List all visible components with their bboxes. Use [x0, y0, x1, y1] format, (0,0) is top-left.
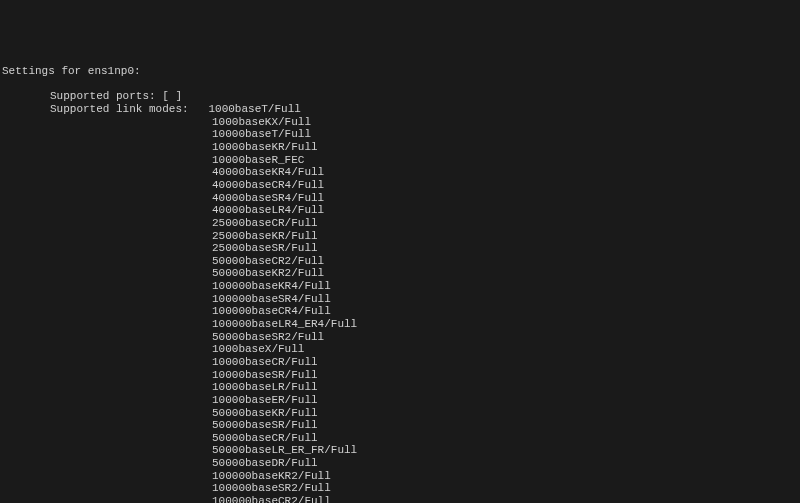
- link-mode-item: 100000baseKR2/Full: [2, 470, 798, 483]
- link-mode-item: 1000baseX/Full: [2, 343, 798, 356]
- link-mode-item: 10000baseCR/Full: [2, 356, 798, 369]
- link-mode-item: 100000baseCR2/Full: [2, 495, 798, 503]
- link-mode-item: 10000baseKR/Full: [2, 141, 798, 154]
- link-mode-item: 25000baseCR/Full: [2, 217, 798, 230]
- link-mode-item: 1000baseT/Full: [208, 103, 300, 115]
- link-mode-item: 40000baseSR4/Full: [2, 192, 798, 205]
- link-mode-item: 50000baseLR_ER_FR/Full: [2, 444, 798, 457]
- link-mode-item: 100000baseSR2/Full: [2, 482, 798, 495]
- supported-link-modes-label: Supported link modes:: [50, 103, 208, 116]
- link-mode-item: 40000baseLR4/Full: [2, 204, 798, 217]
- link-mode-item: 10000baseLR/Full: [2, 381, 798, 394]
- link-mode-item: 50000baseCR2/Full: [2, 255, 798, 268]
- settings-header: Settings for ens1np0:: [2, 65, 798, 78]
- terminal-output: Settings for ens1np0: Supported ports: […: [2, 53, 798, 503]
- link-mode-item: 50000baseSR2/Full: [2, 331, 798, 344]
- link-mode-item: 1000baseKX/Full: [2, 116, 798, 129]
- link-mode-item: 10000baseR_FEC: [2, 154, 798, 167]
- link-mode-item: 100000baseCR4/Full: [2, 305, 798, 318]
- link-mode-item: 50000baseKR/Full: [2, 407, 798, 420]
- link-mode-item: 50000baseCR/Full: [2, 432, 798, 445]
- link-mode-item: 10000baseSR/Full: [2, 369, 798, 382]
- link-mode-item: 50000baseKR2/Full: [2, 267, 798, 280]
- link-mode-item: 25000baseSR/Full: [2, 242, 798, 255]
- link-mode-item: 40000baseCR4/Full: [2, 179, 798, 192]
- link-mode-item: 10000baseER/Full: [2, 394, 798, 407]
- link-mode-item: 40000baseKR4/Full: [2, 166, 798, 179]
- link-modes-list: 1000baseKX/Full10000baseT/Full10000baseK…: [2, 116, 798, 503]
- link-mode-item: 50000baseDR/Full: [2, 457, 798, 470]
- link-mode-item: 100000baseKR4/Full: [2, 280, 798, 293]
- link-mode-item: 25000baseKR/Full: [2, 230, 798, 243]
- supported-ports-line: Supported ports: [ ]: [2, 90, 182, 102]
- link-mode-item: 10000baseT/Full: [2, 128, 798, 141]
- link-mode-item: 100000baseLR4_ER4/Full: [2, 318, 798, 331]
- link-mode-item: 100000baseSR4/Full: [2, 293, 798, 306]
- link-mode-item: 50000baseSR/Full: [2, 419, 798, 432]
